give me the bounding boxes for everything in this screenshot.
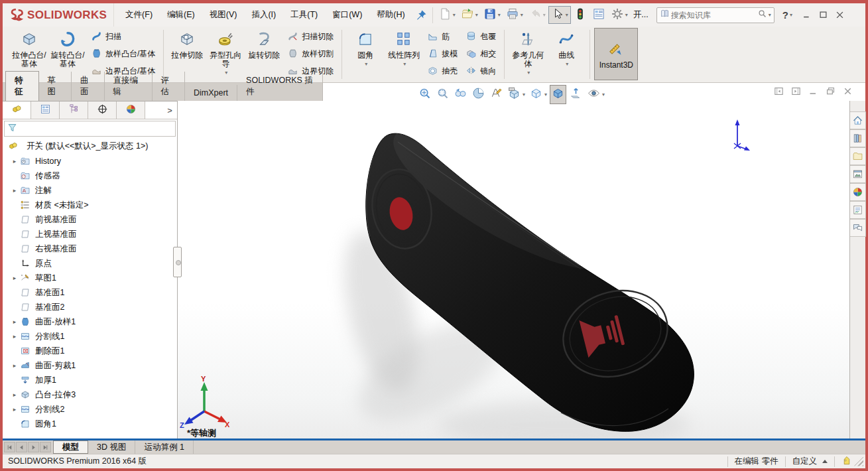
expander-icon[interactable]: ▸ — [9, 362, 20, 369]
tree-item-origin[interactable]: 原点 — [3, 256, 177, 271]
part-3d-model[interactable] — [178, 101, 849, 438]
tab-特征[interactable]: 特征 — [5, 71, 39, 101]
tab-scroll-first-button[interactable] — [4, 442, 15, 452]
tree-item-split-line2[interactable]: ▸分割线2 — [3, 402, 177, 417]
search-input[interactable] — [670, 10, 757, 21]
bottom-tab-3d-视图[interactable]: 3D 视图 — [88, 440, 135, 454]
tab-直接编辑[interactable]: 直接编辑 — [105, 72, 153, 101]
chevron-down-icon[interactable]: ▾ — [602, 92, 605, 98]
ribbon-revolve-boss-base-button[interactable]: 旋转凸台/基体 — [48, 28, 87, 70]
chevron-down-icon[interactable]: ▾ — [403, 60, 406, 68]
chevron-down-icon[interactable]: ▾ — [225, 68, 227, 77]
ribbon-reference-geometry-button[interactable]: 参考几何体▾ — [509, 28, 547, 78]
tree-item-surface-loft1[interactable]: ▸曲面-放样1 — [3, 314, 177, 329]
panel-expand-arrow[interactable]: > — [162, 101, 177, 119]
apply-scene-button[interactable]: ▾ — [506, 85, 527, 104]
displaymanager-tab[interactable] — [117, 101, 145, 119]
tree-item-boss-extrude3[interactable]: ▸凸台-拉伸3 — [3, 387, 177, 402]
open-document-button[interactable]: ▾ — [458, 6, 481, 24]
ribbon-revolve-cut-button[interactable]: 旋转切除 — [245, 28, 283, 61]
restore-document-button[interactable] — [825, 86, 836, 100]
tree-item-split-line1[interactable]: ▸分割线1 — [3, 329, 177, 344]
expander-icon[interactable]: ▸ — [9, 333, 20, 340]
resize-grip[interactable] — [854, 457, 863, 466]
expander-icon[interactable]: ▸ — [9, 187, 20, 194]
tree-item-right-plane[interactable]: 右视基准面 — [3, 241, 177, 256]
chevron-down-icon[interactable]: ▾ — [566, 12, 568, 18]
appearances-scenes-button[interactable] — [850, 183, 866, 201]
ribbon-linear-pattern-button[interactable]: 线性阵列▾ — [385, 28, 423, 70]
ribbon-wrap-button[interactable]: 包覆 — [462, 29, 500, 46]
pin-icon[interactable] — [412, 6, 430, 24]
expander-icon[interactable]: ▸ — [9, 275, 20, 281]
menu-window[interactable]: 窗口(W) — [325, 7, 369, 23]
tab-solidworks-插件[interactable]: SOLIDWORKS 插件 — [237, 72, 323, 101]
ribbon-hole-wizard-button[interactable]: 异型孔向导▾ — [206, 28, 245, 78]
chevron-down-icon[interactable]: ▾ — [544, 92, 547, 98]
collapse-pane-right-button[interactable] — [790, 86, 802, 100]
save-document-button[interactable]: ▾ — [481, 6, 503, 24]
tab-scroll-last-button[interactable] — [40, 442, 51, 452]
bottom-tab-模型[interactable]: 模型 — [53, 440, 88, 454]
undo-button[interactable]: ▾ — [526, 6, 548, 24]
ribbon-intersect-button[interactable]: 相交 — [462, 46, 500, 63]
options-list-button[interactable] — [589, 6, 608, 24]
ribbon-rib-button[interactable]: 筋 — [423, 29, 462, 46]
hide-show-items-button[interactable]: ▾ — [586, 85, 606, 104]
chevron-down-icon[interactable]: ▾ — [523, 92, 525, 98]
ribbon-curves-button[interactable]: 曲线▾ — [547, 28, 586, 70]
tree-item-top-plane[interactable]: 上视基准面 — [3, 227, 177, 241]
zoom-to-fit-button[interactable] — [416, 85, 433, 104]
tree-item-sketch1[interactable]: ▸草图1 — [3, 271, 177, 285]
forum-button[interactable] — [850, 219, 866, 237]
ribbon-extrude-boss-base-button[interactable]: 拉伸凸台/基体 — [10, 28, 48, 70]
ribbon-mirror-button[interactable]: 镜向 — [462, 63, 500, 80]
expander-icon[interactable]: ▸ — [9, 391, 20, 398]
configurationmanager-tab[interactable] — [60, 101, 88, 119]
minimize-icon[interactable] — [802, 10, 812, 20]
select-cursor-button[interactable]: ▾ — [548, 6, 571, 24]
tab-曲面[interactable]: 曲面 — [72, 72, 105, 101]
menu-edit[interactable]: 编辑(E) — [160, 7, 202, 23]
tab-dimxpert[interactable]: DimXpert — [185, 85, 237, 101]
ribbon-fillet-button[interactable]: 圆角▾ — [346, 28, 385, 70]
ribbon-shell-button[interactable]: 抽壳 — [423, 63, 462, 80]
ribbon-loft-cut-button[interactable]: 放样切割 — [283, 46, 338, 63]
tree-item-fillet1[interactable]: 圆角1 — [3, 417, 177, 431]
view-palette-button[interactable] — [850, 165, 866, 183]
toolbar-overflow-button[interactable]: 开... — [633, 9, 649, 21]
tree-item-annotations[interactable]: ▸注解 — [3, 183, 177, 198]
ribbon-extrude-cut-button[interactable]: 拉伸切除 — [168, 28, 206, 61]
maximize-icon[interactable] — [818, 10, 828, 20]
design-library-button[interactable] — [850, 129, 866, 147]
expander-icon[interactable]: ▸ — [9, 158, 20, 165]
tree-item-sensors[interactable]: 传感器 — [3, 168, 177, 183]
featuremanager-tree-tab[interactable] — [3, 101, 31, 119]
file-explorer-button[interactable] — [850, 147, 866, 165]
home-button[interactable] — [850, 111, 866, 129]
tree-root-part[interactable]: 开关 (默认<<默认>_显示状态 1>) — [3, 138, 177, 154]
tree-item-material[interactable]: 材质 <未指定> — [3, 198, 177, 212]
tab-草图[interactable]: 草图 — [39, 72, 72, 101]
tree-item-surface-trim1[interactable]: ▸曲面-剪裁1 — [3, 358, 177, 373]
menu-view[interactable]: 视图(V) — [202, 7, 245, 23]
tab-评估[interactable]: 评估 — [153, 72, 186, 101]
menu-help[interactable]: 帮助(H) — [369, 7, 412, 23]
chevron-down-icon[interactable]: ▾ — [521, 12, 523, 18]
zoom-to-area-button[interactable] — [434, 85, 451, 104]
menu-tools[interactable]: 工具(T) — [283, 7, 325, 23]
new-document-button[interactable]: ▾ — [436, 6, 458, 24]
chevron-down-icon[interactable]: ▾ — [566, 60, 568, 68]
minimize-document-button[interactable] — [808, 86, 819, 100]
ribbon-instant3d-button[interactable]: Instant3D — [594, 28, 638, 80]
menu-file[interactable]: 文件(F) — [118, 7, 160, 23]
menu-insert[interactable]: 插入(I) — [244, 7, 283, 23]
expander-icon[interactable]: ▸ — [9, 318, 20, 325]
section-view-button[interactable] — [470, 85, 487, 104]
close-document-button[interactable] — [842, 86, 853, 100]
view-orientation-button[interactable]: ▾ — [528, 85, 548, 104]
tree-item-history[interactable]: ▸History — [3, 154, 177, 168]
tab-scroll-next-button[interactable] — [28, 442, 39, 452]
search-icon[interactable] — [757, 9, 767, 21]
dynamic-annotation-views-button[interactable] — [488, 85, 505, 104]
